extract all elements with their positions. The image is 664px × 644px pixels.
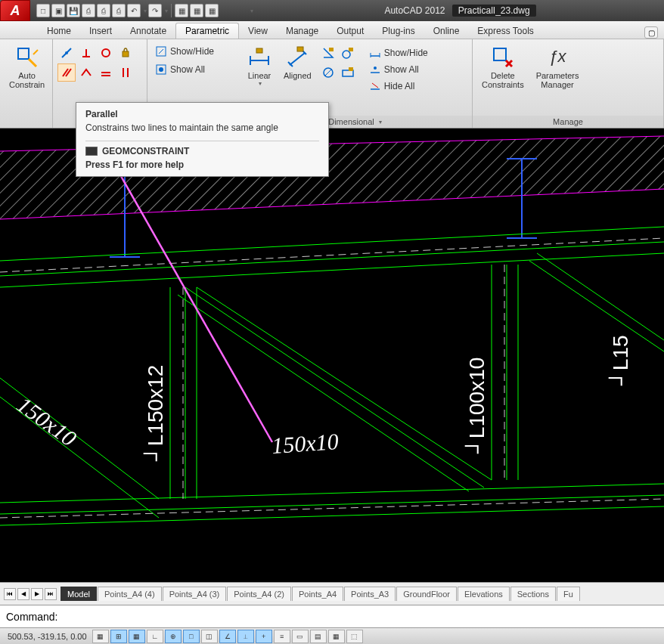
tab-expresstools[interactable]: Express Tools [468,23,542,39]
undo-dropdown-icon[interactable]: ▾ [144,8,147,14]
layout-tab[interactable]: Sections [510,587,556,601]
tangent-icon[interactable] [97,44,115,62]
show-hide-icon [155,45,167,57]
tab-output[interactable]: Output [327,23,373,39]
qat-redo-icon[interactable]: ↷ [148,4,162,17]
layout-tab[interactable]: Points_A4 [292,587,343,601]
status-infer-icon[interactable]: ▦ [92,630,109,643]
dim-show-all-button[interactable]: Show All [365,62,433,77]
auto-constrain-label: Auto Constrain [9,71,45,89]
linear-button[interactable]: Linear ▾ [241,42,278,90]
horizontal-icon[interactable] [77,63,95,82]
ribbon-minimize-button[interactable]: ▢ [644,26,658,39]
geometric-constraint-grid [56,42,136,83]
redo-dropdown-icon[interactable]: ▾ [165,8,168,14]
layout-tab[interactable]: GroundFloor [396,587,457,601]
qat-cloud-icon[interactable]: ▦ [175,4,188,17]
layout-next-icon[interactable]: ▶ [31,588,43,600]
radius-icon[interactable] [339,44,357,62]
parameters-manager-button[interactable]: ƒx Parameters Manager [530,42,585,92]
status-3dosnap-icon[interactable]: ◫ [201,630,218,643]
layout-tab[interactable]: Fu [557,587,580,601]
coincident-icon[interactable] [57,44,76,62]
dim-hide-all-button[interactable]: Hide All [365,79,433,94]
collinear-icon[interactable] [97,63,115,82]
qat-layer-icon[interactable]: ▦ [205,4,219,17]
status-sc-icon[interactable]: ▦ [328,630,345,643]
linear-dropdown-icon[interactable]: ▾ [259,80,262,87]
convert-icon[interactable] [339,63,357,82]
layout-tab[interactable]: Points_A4 (4) [98,587,162,601]
vertical-icon[interactable] [116,63,135,82]
diameter-icon[interactable] [319,63,337,82]
status-snap-icon[interactable]: ⊞ [110,630,127,643]
auto-constrain-icon [15,45,39,70]
qat-plot-icon[interactable]: ⎙ [112,4,126,17]
status-ortho-icon[interactable]: ∟ [147,630,163,643]
geom-show-all-button[interactable]: Show All [150,62,209,77]
status-tpy-icon[interactable]: ▭ [292,630,309,643]
tab-home[interactable]: Home [38,23,80,39]
layout-tab-bar: ⏮ ◀ ▶ ⏭ Model Points_A4 (4) Points_A4 (3… [0,582,664,605]
tab-plugins[interactable]: Plug-ins [373,23,424,39]
tab-view[interactable]: View [239,23,277,39]
layout-prev-icon[interactable]: ◀ [17,588,29,600]
svg-line-66 [0,495,664,514]
app-menu-button[interactable]: A [0,0,30,21]
svg-line-56 [197,287,492,480]
tab-parametric[interactable]: Parametric [175,23,239,39]
qat-undo-icon[interactable]: ↶ [127,4,141,17]
status-grid-icon[interactable]: ▦ [129,630,145,643]
delete-constraints-button[interactable]: Delete Constraints [476,42,530,92]
status-lwt-icon[interactable]: ≡ [274,630,290,643]
svg-line-49 [0,227,664,261]
perpendicular-icon[interactable] [77,44,95,62]
tab-annotate[interactable]: Annotate [121,23,175,39]
qat-open-icon[interactable]: ▣ [51,4,65,17]
tab-online[interactable]: Online [424,23,469,39]
parallel-icon[interactable] [57,63,76,82]
coordinates-display[interactable]: 500.53, -319.15, 0.00 [3,632,92,641]
status-qp-icon[interactable]: ▤ [310,630,327,643]
qat-customize-icon[interactable]: ▾ [250,8,253,14]
tooltip-divider [85,141,319,141]
quick-access-toolbar: □ ▣ 💾 ⎙ ⎙ ⎙ ↶ ▾ ↷ ▾ ▦ ▦ ▦ ▾ [33,4,256,17]
command-icon [85,147,98,156]
aligned-button[interactable]: Aligned [278,42,318,83]
tab-insert[interactable]: Insert [80,23,121,39]
status-otrack-icon[interactable]: ∠ [219,630,236,643]
fix-icon[interactable] [116,44,135,62]
layout-tab-model[interactable]: Model [61,587,97,601]
svg-line-69 [0,499,664,518]
qat-new-icon[interactable]: □ [36,4,50,17]
layout-tab[interactable]: Elevations [458,587,510,601]
status-dyn-icon[interactable]: + [256,630,272,643]
layout-tab[interactable]: Points_A3 [344,587,396,601]
layout-tab[interactable]: Points_A4 (3) [163,587,227,601]
auto-constrain-button[interactable]: Auto Constrain [3,42,51,92]
qat-print-icon[interactable]: ⎙ [97,4,110,17]
status-polar-icon[interactable]: ⊕ [165,630,182,643]
aligned-icon [285,45,309,70]
svg-line-67 [0,506,664,525]
tooltip-title: Parallel [85,109,319,119]
label-l100x10: ┘L100x10 [464,358,489,454]
layout-first-icon[interactable]: ⏮ [4,588,16,600]
status-osnap-icon[interactable]: □ [183,630,200,643]
angular-icon[interactable] [319,44,337,62]
delete-constraints-icon [491,45,515,70]
tab-manage[interactable]: Manage [277,23,327,39]
drawing-canvas[interactable]: 150x10 ┘L150x12 150x10 ┘L100x10 ┘L15 [0,128,664,582]
geom-show-hide-label: Show/Hide [170,46,214,57]
label-150x10-mid: 150x10 [271,429,339,458]
command-line[interactable]: Command: [0,605,664,627]
qat-save-icon[interactable]: 💾 [67,4,80,17]
status-ducs-icon[interactable]: ⟂ [237,630,254,643]
layout-tab[interactable]: Points_A4 (2) [227,587,291,601]
qat-saveas-icon[interactable]: ⎙ [82,4,95,17]
geom-show-hide-button[interactable]: Show/Hide [150,44,219,59]
qat-ws-icon[interactable]: ▦ [190,4,203,17]
layout-last-icon[interactable]: ⏭ [45,588,57,600]
dim-show-hide-button[interactable]: Show/Hide [365,45,433,60]
status-model-icon[interactable]: ⬚ [346,630,363,643]
